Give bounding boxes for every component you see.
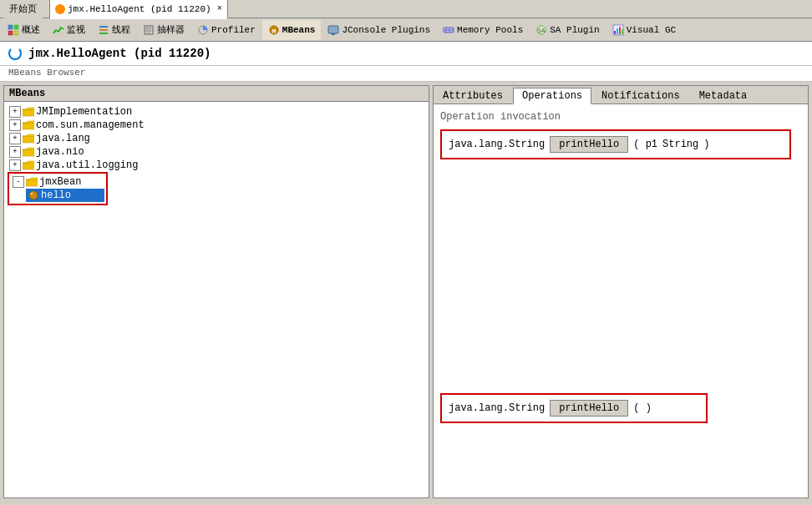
tree-item-comsun[interactable]: + com.sun.management — [8, 119, 425, 132]
tree-item-label-javautillogging: java.util.logging — [36, 159, 138, 171]
sa-button[interactable]: SA SA Plugin — [530, 20, 605, 40]
loading-spinner — [8, 47, 22, 60]
start-page-tab[interactable]: 开始页 — [3, 0, 43, 19]
mbeans-icon: M — [268, 24, 280, 36]
main-content: MBeans + JMImplementation + — [0, 82, 812, 502]
visual-button[interactable]: Visual GC — [606, 20, 682, 40]
svg-rect-25 — [617, 28, 618, 34]
operations-tab-content: Operation invocation java.lang.String pr… — [434, 104, 808, 497]
op1-param-type: String — [662, 139, 698, 150]
jconsole-label: JConsole Plugins — [342, 25, 430, 35]
mbeans-button[interactable]: M MBeans — [262, 20, 322, 40]
expand-icon-javautillogging[interactable]: + — [9, 159, 21, 171]
page-header: jmx.HelloAgent (pid 11220) — [0, 42, 812, 66]
op1-return-type: java.lang.String — [449, 139, 545, 150]
op1-invoke-button[interactable]: printHello — [550, 136, 628, 153]
sa-label: SA Plugin — [550, 25, 599, 35]
tab-notifications[interactable]: Notifications — [592, 88, 689, 104]
threads-label: 线程 — [112, 23, 130, 36]
threads-button[interactable]: 线程 — [92, 20, 136, 40]
tabs-bar: Attributes Operations Notifications Meta… — [434, 86, 808, 104]
svg-rect-15 — [328, 26, 338, 33]
jconsole-icon — [327, 24, 339, 36]
memory-icon — [443, 24, 454, 36]
svg-rect-19 — [449, 29, 450, 31]
node-icon-hello — [28, 189, 39, 201]
tree-item-javanio[interactable]: + java.nio — [8, 145, 425, 159]
operation-row-2: java.lang.String printHello ( ) — [440, 393, 708, 423]
op2-parens: ( ) — [633, 402, 652, 414]
jmx-tab-label: jmx.HelloAgent (pid 11220) — [68, 4, 211, 14]
folder-icon-comsun — [23, 120, 34, 130]
svg-rect-2 — [8, 31, 13, 35]
expand-icon-jmimplementation[interactable]: + — [9, 106, 21, 118]
sa-icon: SA — [535, 24, 547, 36]
mbeans-label: MBeans — [282, 25, 316, 35]
expand-icon-comsun[interactable]: + — [9, 119, 21, 131]
svg-rect-3 — [14, 31, 18, 35]
tab-metadata-label: Metadata — [699, 90, 748, 102]
tree-child-hello: hello — [11, 189, 104, 202]
visual-icon — [612, 24, 624, 36]
tree-item-jmxbean[interactable]: - jmxBean — [11, 175, 104, 189]
expand-icon-jmxbean[interactable]: - — [13, 176, 24, 188]
svg-rect-18 — [445, 29, 447, 31]
tree-panel-header: MBeans — [4, 86, 429, 102]
svg-rect-16 — [332, 33, 335, 35]
tab-attributes-label: Attributes — [443, 90, 503, 102]
profiler-button[interactable]: Profiler — [191, 20, 261, 40]
tree-item-label-hello: hello — [41, 189, 71, 201]
page-title: jmx.HelloAgent (pid 11220) — [28, 47, 211, 60]
overview-button[interactable]: 概述 — [2, 20, 46, 40]
op2-invoke-button[interactable]: printHello — [550, 400, 628, 417]
monitor-button[interactable]: 监视 — [47, 20, 91, 40]
folder-icon-javanio — [23, 147, 34, 157]
op2-return-type: java.lang.String — [449, 402, 545, 414]
folder-icon-javautillogging — [23, 160, 34, 170]
svg-text:M: M — [272, 28, 276, 35]
expand-icon-javalang[interactable]: + — [9, 133, 21, 144]
start-page-label: 开始页 — [9, 3, 37, 15]
tree-item-label-comsun: com.sun.management — [36, 119, 145, 131]
svg-text:SA: SA — [538, 28, 546, 34]
tree-item-javautillogging[interactable]: + java.util.logging — [8, 159, 425, 172]
tab-operations[interactable]: Operations — [513, 88, 591, 104]
profiler-label: Profiler — [211, 25, 256, 35]
tab-operations-label: Operations — [522, 90, 582, 102]
tree-container: + JMImplementation + c — [4, 102, 429, 209]
svg-rect-24 — [614, 31, 616, 34]
threads-icon — [98, 24, 109, 36]
memory-button[interactable]: Memory Pools — [437, 20, 529, 40]
sampler-icon — [143, 24, 155, 36]
right-panel: Attributes Operations Notifications Meta… — [433, 85, 809, 498]
jconsole-button[interactable]: JConsole Plugins — [322, 20, 436, 40]
tab-close-icon[interactable]: × — [217, 4, 222, 13]
tree-item-hello[interactable]: hello — [26, 189, 104, 202]
expand-icon-javanio[interactable]: + — [9, 146, 21, 158]
tab-metadata[interactable]: Metadata — [690, 88, 757, 104]
tree-item-javalang[interactable]: + java.lang — [8, 132, 425, 145]
svg-rect-0 — [8, 25, 13, 29]
op1-open-paren: ( p1 — [633, 139, 657, 150]
svg-point-29 — [31, 193, 33, 194]
profiler-icon — [197, 24, 209, 36]
svg-rect-7 — [145, 26, 153, 34]
overview-label: 概述 — [22, 23, 40, 36]
svg-rect-27 — [622, 29, 623, 34]
breadcrumb: MBeans Browser — [0, 66, 812, 82]
main-toolbar: 概述 监视 线程 抽样器 — [0, 18, 812, 42]
tree-item-label-jmxbean: jmxBean — [39, 176, 81, 188]
tree-item-jmimplementation[interactable]: + JMImplementation — [8, 105, 425, 119]
tab-attributes[interactable]: Attributes — [434, 88, 512, 104]
sampler-button[interactable]: 抽样器 — [137, 20, 190, 40]
svg-point-28 — [29, 191, 38, 199]
overview-icon — [8, 24, 19, 36]
svg-rect-20 — [452, 29, 453, 31]
folder-icon-javalang — [23, 134, 34, 144]
title-bar: 开始页 jmx.HelloAgent (pid 11220) × — [0, 0, 812, 18]
jmx-agent-tab[interactable]: jmx.HelloAgent (pid 11220) × — [49, 0, 228, 19]
tree-item-label-jmimplementation: JMImplementation — [36, 106, 132, 118]
agent-icon — [55, 4, 65, 14]
folder-icon-jmimplementation — [23, 107, 34, 117]
visual-label: Visual GC — [627, 25, 676, 35]
